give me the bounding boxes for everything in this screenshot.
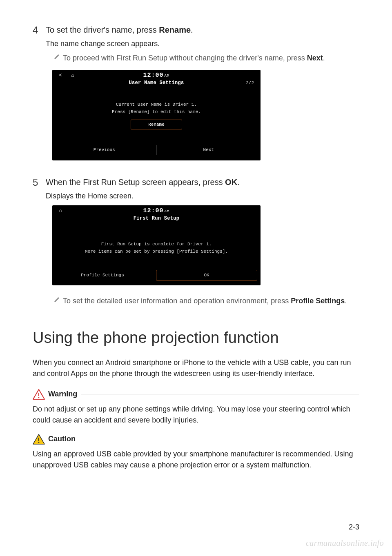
previous-button[interactable]: Previous [52,145,156,155]
warning-triangle-icon [33,389,45,400]
step-body: To set the driver's name, press Rename. … [46,24,359,171]
section-intro: When you connect an Android smartphone o… [33,357,359,379]
page-indicator: 2/2 [246,80,254,85]
note-pre: To set the detailed user information and… [63,297,291,305]
body-line2: Press [Rename] to edit this name. [60,109,252,116]
rename-button[interactable]: Rename [131,120,182,129]
warning-body: Do not adjust or set up any phone settin… [33,404,359,426]
page-number: 2-3 [349,523,359,532]
step-title-bold: Rename [159,25,191,34]
step-title-post: . [237,178,240,187]
manual-page: 4 To set the driver's name, press Rename… [0,0,392,556]
step-number: 4 [33,24,46,171]
screenshot-header: ⌂ 12:00AM [52,205,261,215]
step-subtext: Displays the Home screen. [46,192,359,200]
svg-point-1 [38,397,40,398]
step-5: 5 When the First Run Setup screen appear… [33,177,359,312]
step-title-post: . [191,25,193,34]
caution-header: Caution [33,434,359,445]
caution-body: Using an approved USB cable provided by … [33,449,359,471]
ok-button[interactable]: OK [156,270,257,280]
note-bold: Next [307,54,323,62]
screenshot-title: First Run Setup [134,216,180,221]
screenshot-body: Current User Name is Driver 1. Press [Re… [52,90,261,141]
profile-settings-button[interactable]: Profile Settings [52,270,153,280]
infotainment-screenshot-rename: < ⌂ 12:00AM User Name Settings 2/2 Curre… [52,70,261,160]
section-heading: Using the phone projection function [33,329,359,347]
caution-rule [80,439,359,439]
step-title-bold: OK [225,178,237,187]
step-number: 5 [33,177,46,312]
warning-rule [81,394,359,394]
step-title: When the First Run Setup screen appears,… [46,177,359,188]
clock-suffix: AM [165,209,170,214]
note-pre: To proceed with First Run Setup without … [63,54,307,62]
step-title-pre: To set the driver's name, press [46,25,159,34]
screenshot-footer: Previous Next [52,141,261,159]
note-row: To proceed with First Run Setup without … [46,53,359,63]
screenshot-footer: Profile Settings OK [52,268,261,284]
step-body: When the First Run Setup screen appears,… [46,177,359,312]
svg-point-3 [38,442,40,443]
caution-label: Caution [48,435,76,443]
note-post: . [345,297,347,305]
clock-time: 12:00 [143,207,164,214]
infotainment-screenshot-firstrun: ⌂ 12:00AM First Run Setup First Run Setu… [52,205,261,285]
body-line1: First Run Setup is complete for Driver 1… [60,241,252,248]
note-text: To proceed with First Run Setup without … [63,53,325,63]
note-text: To set the detailed user information and… [63,296,347,306]
screenshot-title-row: User Name Settings 2/2 [52,79,261,90]
note-row: To set the detailed user information and… [46,296,359,306]
step-title: To set the driver's name, press Rename. [46,24,359,36]
watermark: carmanualsonline.info [306,538,384,548]
note-post: . [323,54,325,62]
step-title-pre: When the First Run Setup screen appears,… [46,178,225,187]
body-line2: More items can be set by pressing [Profi… [60,248,252,256]
screenshot-title: User Name Settings [129,80,184,86]
screenshot-body: First Run Setup is complete for Driver 1… [52,225,261,267]
clock-time: 12:00 [143,72,164,79]
clock-suffix: AM [165,74,170,78]
warning-label: Warning [48,390,77,398]
pencil-note-icon [54,296,63,304]
screenshot-header: < ⌂ 12:00AM [52,70,261,79]
pencil-note-icon [54,53,63,61]
next-button[interactable]: Next [157,145,261,155]
caution-triangle-icon [33,434,45,445]
note-bold: Profile Settings [291,297,345,305]
clock: 12:00AM [52,207,261,214]
step-4: 4 To set the driver's name, press Rename… [33,24,359,171]
warning-header: Warning [33,389,359,400]
screenshot-title-row: First Run Setup [52,215,261,225]
body-line1: Current User Name is Driver 1. [60,101,252,109]
step-subtext: The name change screen appears. [46,40,359,48]
clock: 12:00AM [52,72,261,79]
